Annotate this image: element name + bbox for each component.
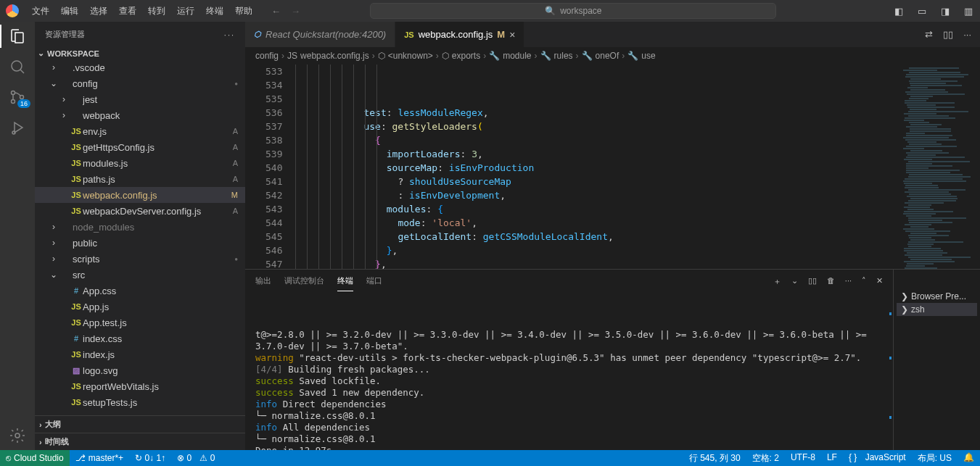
breadcrumb-item[interactable]: oneOf (596, 51, 619, 61)
panel-tab[interactable]: 调试控制台 (284, 271, 324, 291)
editor-more-icon[interactable]: ··· (963, 29, 971, 40)
folder-item[interactable]: ›node_modules (35, 219, 245, 235)
editor-tab[interactable]: JSwebpack.config.jsM× (395, 22, 524, 47)
nav-back-icon[interactable]: ← (271, 6, 281, 17)
terminal-list-item[interactable]: ❯Browser Pre... (897, 290, 977, 303)
menu-文件[interactable]: 文件 (26, 3, 55, 19)
menu-选择[interactable]: 选择 (84, 3, 113, 19)
breadcrumb-item[interactable]: exports (452, 51, 480, 61)
status-layout[interactable]: 布局: US (912, 452, 958, 465)
activity-settings-icon[interactable] (9, 427, 26, 444)
menu-终端[interactable]: 终端 (200, 3, 229, 19)
close-panel-icon[interactable]: ✕ (876, 276, 883, 287)
menu-查看[interactable]: 查看 (113, 3, 142, 19)
panel-tab[interactable]: 输出 (255, 271, 271, 291)
status-branch[interactable]: ⎇master*+ (70, 450, 129, 466)
breadcrumb-item[interactable]: <unknown> (388, 51, 433, 61)
file-item[interactable]: #index.css (35, 330, 245, 346)
folder-item[interactable]: ⌄config● (35, 75, 245, 91)
file-item[interactable]: JSreportWebVitals.js (35, 378, 245, 394)
file-item[interactable]: JSindex.js (35, 346, 245, 362)
menu-编辑[interactable]: 编辑 (55, 3, 84, 19)
file-item[interactable]: JSmodules.jsA (35, 155, 245, 171)
clear-terminal-icon[interactable]: 🗑 (827, 276, 835, 287)
folder-item[interactable]: ›public (35, 235, 245, 251)
nav-forward-icon[interactable]: → (291, 6, 300, 17)
panel-more-icon[interactable]: ··· (845, 276, 852, 287)
menu-转到[interactable]: 转到 (142, 3, 171, 19)
folder-item[interactable]: ⌄src (35, 267, 245, 283)
status-cloud[interactable]: ⎋Cloud Studio (0, 450, 70, 466)
breadcrumb-item[interactable]: rules (554, 51, 573, 61)
file-item[interactable]: #App.css (35, 283, 245, 299)
file-item[interactable]: JSwebpack.config.jsM (35, 187, 245, 203)
split-terminal-icon[interactable]: ▯▯ (808, 276, 817, 287)
status-problems[interactable]: ⊗ 0 ⚠ 0 (171, 450, 221, 466)
menu-帮助[interactable]: 帮助 (229, 3, 258, 19)
workspace-section[interactable]: ⌄ WORKSPACE (35, 47, 245, 59)
compare-changes-icon[interactable]: ⇄ (925, 29, 933, 40)
terminal-dropdown-icon[interactable]: ⌄ (791, 276, 798, 287)
maximize-panel-icon[interactable]: ˄ (862, 276, 866, 287)
breadcrumbs[interactable]: config›JSwebpack.config.js›⬡<unknown>›⬡e… (245, 47, 980, 65)
layout-panel-icon[interactable]: ▭ (916, 5, 928, 17)
status-indent[interactable]: 空格: 2 (746, 452, 785, 465)
file-item[interactable]: JSsetupTests.js (35, 394, 245, 410)
menu-bar: 文件编辑选择查看转到运行终端帮助 (26, 5, 258, 17)
git-status: A (233, 175, 238, 183)
status-language[interactable]: { } JavaScript (843, 452, 912, 462)
file-icon: JS (70, 143, 83, 151)
chevron-right-icon: › (39, 420, 42, 429)
command-center[interactable]: 🔍 workspace (370, 3, 776, 19)
activity-scm-icon[interactable]: 16 (9, 88, 26, 106)
terminal-output[interactable]: t@>=2.8.0 || >= 3.2.0-dev || >= 3.3.0-de… (245, 293, 893, 450)
line-gutter: 5335345355365375385395405415425435445455… (245, 65, 295, 269)
activity-explorer-icon[interactable] (9, 28, 26, 45)
outline-section[interactable]: ›大纲 (35, 415, 245, 433)
panel-tab[interactable]: 终端 (337, 271, 353, 291)
panel-tab[interactable]: 端口 (366, 271, 382, 291)
activity-search-icon[interactable] (9, 58, 26, 75)
folder-item[interactable]: ›.vscode (35, 59, 245, 75)
editor-tab[interactable]: ⬡React Quickstart(node:4200) (245, 22, 395, 47)
status-encoding[interactable]: UTF-8 (785, 452, 821, 462)
terminal-list-item[interactable]: ❯zsh (897, 303, 977, 316)
timeline-section[interactable]: ›时间线 (35, 433, 245, 450)
close-tab-icon[interactable]: × (509, 29, 515, 41)
activity-run-icon[interactable] (9, 119, 26, 136)
code-area[interactable]: 5335345355365375385395405415425435445455… (245, 65, 900, 269)
file-item[interactable]: JSApp.js (35, 299, 245, 315)
status-cursor-pos[interactable]: 行 545, 列 30 (683, 452, 746, 465)
layout-customize-icon[interactable]: ▥ (963, 5, 974, 17)
git-status: M (231, 191, 238, 199)
svg-point-5 (15, 433, 20, 438)
chevron-right-icon: › (39, 438, 42, 446)
folder-item[interactable]: ›jest (35, 91, 245, 107)
status-notifications-icon[interactable]: 🔔 (958, 452, 980, 462)
status-eol[interactable]: LF (821, 452, 843, 462)
breadcrumb-item[interactable]: module (503, 51, 531, 61)
file-item[interactable]: JSApp.test.js (35, 315, 245, 330)
breadcrumb-item[interactable]: config (255, 51, 279, 61)
menu-运行[interactable]: 运行 (171, 3, 200, 19)
file-item[interactable]: JSgetHttpsConfig.jsA (35, 139, 245, 155)
layout-sidebar-left-icon[interactable]: ◧ (893, 5, 905, 17)
file-item[interactable]: ▨logo.svg (35, 362, 245, 378)
breadcrumb-item[interactable]: use (641, 51, 655, 61)
sidebar: 资源管理器 ··· ⌄ WORKSPACE ›.vscode⌄config●›j… (35, 22, 245, 450)
file-item[interactable]: JSenv.jsA (35, 123, 245, 139)
chevron-right-icon: › (58, 94, 70, 104)
layout-sidebar-right-icon[interactable]: ◨ (939, 5, 951, 17)
new-terminal-icon[interactable]: ＋ (773, 276, 781, 287)
split-editor-icon[interactable]: ▯▯ (943, 29, 953, 40)
minimap[interactable] (900, 65, 980, 269)
folder-item[interactable]: ›scripts● (35, 251, 245, 267)
breadcrumb-item[interactable]: webpack.config.js (300, 51, 369, 61)
status-sync[interactable]: ↻ 0↓ 1↑ (129, 450, 171, 466)
file-item[interactable]: JSpaths.jsA (35, 171, 245, 187)
folder-item[interactable]: ›webpack (35, 107, 245, 123)
chevron-right-icon: › (48, 238, 59, 248)
sidebar-more-icon[interactable]: ··· (224, 30, 235, 39)
file-item[interactable]: JSwebpackDevServer.config.jsA (35, 203, 245, 219)
code-content[interactable]: test: lessModuleRegex, use: getStyleLoad… (295, 65, 900, 269)
